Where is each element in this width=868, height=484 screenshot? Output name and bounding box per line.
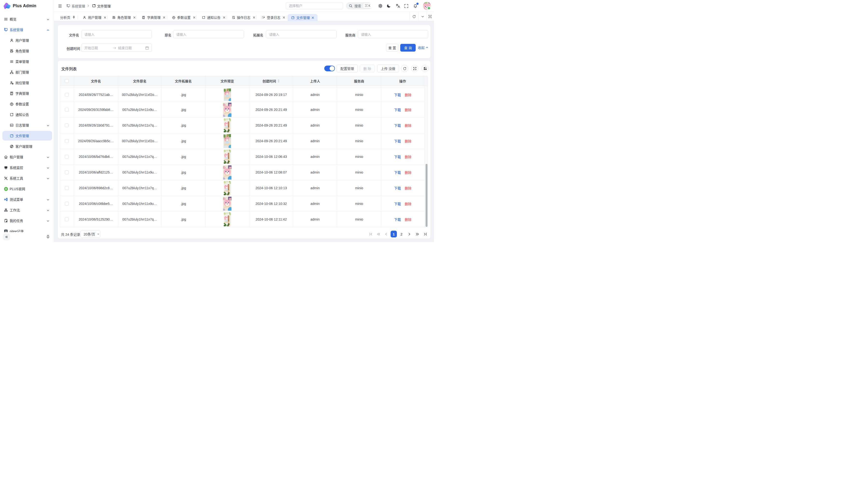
svg-text:DEV: DEV	[10, 125, 13, 126]
